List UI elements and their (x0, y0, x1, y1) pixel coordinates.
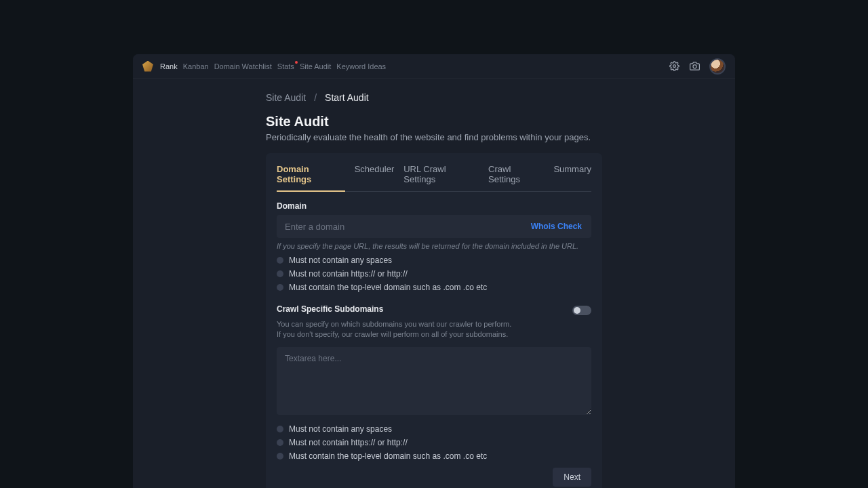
tab-scheduler[interactable]: Scheduler (355, 164, 395, 191)
camera-icon (690, 61, 700, 71)
main-nav: Rank Kanban Domain Watchlist Stats Site … (160, 62, 386, 70)
subdomain-header-row: Crawl Specific Subdomains (277, 304, 591, 317)
toggle-knob-icon (574, 307, 580, 314)
next-button[interactable]: Next (553, 468, 591, 487)
domain-rules: Must not contain any spaces Must not con… (277, 256, 591, 292)
rule-item: Must contain the top-level domain such a… (277, 283, 591, 292)
rule-dot-icon (277, 257, 283, 264)
subdomain-textarea[interactable] (277, 347, 591, 415)
rule-text: Must not contain any spaces (289, 424, 392, 434)
rule-item: Must not contain https:// or http:// (277, 438, 591, 447)
page-title: Site Audit (266, 114, 602, 129)
rule-text: Must not contain any spaces (289, 256, 392, 265)
subdomain-header-text: Crawl Specific Subdomains (277, 304, 383, 317)
topbar: Rank Kanban Domain Watchlist Stats Site … (133, 54, 735, 79)
logo-icon (142, 61, 153, 72)
rule-dot-icon (277, 270, 283, 277)
subdomain-rules: Must not contain any spaces Must not con… (277, 424, 591, 461)
nav-stats-label: Stats (277, 62, 294, 70)
nav-stats[interactable]: Stats (277, 62, 294, 70)
app-window: Rank Kanban Domain Watchlist Stats Site … (133, 54, 735, 488)
rule-text: Must not contain https:// or http:// (289, 269, 408, 279)
tab-summary[interactable]: Summary (553, 164, 591, 191)
subdomain-desc-line1: You can specify on which subdomains you … (277, 320, 511, 328)
rule-dot-icon (277, 439, 283, 446)
gear-icon (669, 61, 679, 71)
rule-item: Must not contain any spaces (277, 256, 591, 265)
nav-kanban[interactable]: Kanban (183, 62, 209, 70)
page-body: Site Audit / Start Audit Site Audit Peri… (133, 79, 735, 488)
rule-item: Must not contain any spaces (277, 424, 591, 434)
avatar[interactable] (709, 58, 726, 75)
breadcrumb: Site Audit / Start Audit (266, 92, 602, 103)
subdomain-toggle[interactable] (572, 306, 591, 315)
notification-dot-icon (295, 61, 298, 64)
nav-keyword-ideas[interactable]: Keyword Ideas (336, 62, 386, 70)
breadcrumb-parent[interactable]: Site Audit (266, 92, 306, 103)
svg-point-0 (673, 65, 675, 68)
rule-dot-icon (277, 284, 283, 291)
rule-text: Must not contain https:// or http:// (289, 438, 408, 447)
rule-item: Must not contain https:// or http:// (277, 269, 591, 279)
svg-point-1 (693, 65, 696, 68)
whois-check-button[interactable]: Whois Check (521, 215, 591, 238)
domain-input[interactable] (277, 215, 521, 238)
settings-button[interactable] (669, 61, 679, 72)
nav-site-audit[interactable]: Site Audit (300, 62, 331, 70)
topbar-right (669, 58, 726, 75)
tab-crawl-settings[interactable]: Crawl Settings (488, 164, 544, 191)
rule-item: Must contain the top-level domain such a… (277, 451, 591, 461)
rule-dot-icon (277, 453, 283, 460)
domain-label: Domain (277, 201, 591, 211)
tab-url-crawl-settings[interactable]: URL Crawl Settings (403, 164, 479, 191)
settings-card: Domain Settings Scheduler URL Crawl Sett… (266, 153, 602, 488)
tab-domain-settings[interactable]: Domain Settings (277, 164, 345, 191)
subdomain-desc: You can specify on which subdomains you … (277, 319, 591, 340)
breadcrumb-current: Start Audit (325, 92, 369, 103)
nav-domain-watchlist[interactable]: Domain Watchlist (214, 62, 272, 70)
tab-bar: Domain Settings Scheduler URL Crawl Sett… (277, 164, 591, 192)
rule-text: Must contain the top-level domain such a… (289, 451, 487, 461)
rule-dot-icon (277, 426, 283, 432)
breadcrumb-sep: / (314, 92, 317, 103)
subdomain-desc-line2: If you don't specify, our crawler will p… (277, 330, 508, 338)
subdomain-label: Crawl Specific Subdomains (277, 304, 383, 314)
card-footer: Next (277, 468, 591, 487)
screenshot-button[interactable] (689, 61, 700, 72)
rule-text: Must contain the top-level domain such a… (289, 283, 487, 292)
nav-rank[interactable]: Rank (160, 62, 178, 70)
domain-hint: If you specify the page URL, the results… (277, 242, 591, 250)
page-subtitle: Periodically evaluate the health of the … (266, 132, 602, 142)
domain-input-row: Whois Check (277, 215, 591, 238)
